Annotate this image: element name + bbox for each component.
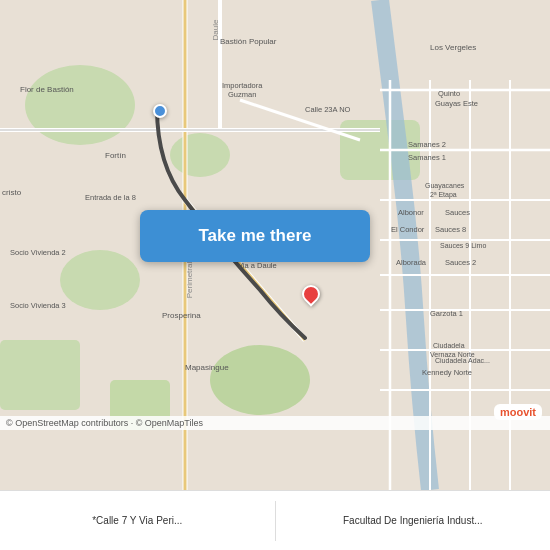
svg-text:Garzota 1: Garzota 1 xyxy=(430,309,463,318)
svg-text:Sauces: Sauces xyxy=(445,208,470,217)
moovit-logo: moovit xyxy=(494,404,542,420)
attribution-bar: © OpenStreetMap contributors · © OpenMap… xyxy=(0,416,550,430)
svg-text:Importadora: Importadora xyxy=(222,81,263,90)
destination-item[interactable]: Facultad De Ingeniería Indust... xyxy=(276,511,551,530)
svg-text:Guzman: Guzman xyxy=(228,90,256,99)
svg-text:cristo: cristo xyxy=(2,188,22,197)
svg-text:Sauces 8: Sauces 8 xyxy=(435,225,466,234)
svg-text:Socio Vivienda 2: Socio Vivienda 2 xyxy=(10,248,66,257)
svg-text:Alborada: Alborada xyxy=(396,258,427,267)
attribution-text: © OpenStreetMap contributors · © OpenMap… xyxy=(6,418,203,428)
take-me-there-button[interactable]: Take me there xyxy=(140,210,370,262)
svg-text:Sauces 2: Sauces 2 xyxy=(445,258,476,267)
svg-point-6 xyxy=(210,345,310,415)
svg-text:Samanes 1: Samanes 1 xyxy=(408,153,446,162)
end-marker xyxy=(302,285,320,303)
map-container: Flor de Bastión Bastión Popular Los Verg… xyxy=(0,0,550,490)
svg-text:Guayacanes: Guayacanes xyxy=(425,182,465,190)
svg-text:Socio Vivienda 3: Socio Vivienda 3 xyxy=(10,301,66,310)
svg-text:Samanes 2: Samanes 2 xyxy=(408,140,446,149)
svg-text:Fortín: Fortín xyxy=(105,151,126,160)
svg-text:Mapasingue: Mapasingue xyxy=(185,363,229,372)
svg-text:Albonor: Albonor xyxy=(398,208,424,217)
origin-item[interactable]: *Calle 7 Y Via Peri... xyxy=(0,511,275,530)
start-marker xyxy=(153,104,167,118)
svg-text:Quinto: Quinto xyxy=(438,89,460,98)
svg-text:Entrada de la 8: Entrada de la 8 xyxy=(85,193,136,202)
svg-text:Los Vergeles: Los Vergeles xyxy=(430,43,476,52)
destination-label: Facultad De Ingeniería Indust... xyxy=(343,515,483,526)
svg-text:El Condor: El Condor xyxy=(391,225,425,234)
svg-text:Calle 23A NO: Calle 23A NO xyxy=(305,105,351,114)
svg-text:Kennedy Norte: Kennedy Norte xyxy=(422,368,472,377)
svg-text:Flor de Bastión: Flor de Bastión xyxy=(20,85,74,94)
svg-text:Daule: Daule xyxy=(211,19,220,40)
svg-text:Guayas Este: Guayas Este xyxy=(435,99,478,108)
svg-rect-5 xyxy=(0,340,80,410)
moovit-logo-text: moovit xyxy=(500,406,536,418)
svg-point-1 xyxy=(25,65,135,145)
svg-text:Bastión Popular: Bastión Popular xyxy=(220,37,277,46)
svg-point-2 xyxy=(170,133,230,177)
svg-text:Ciudadela Adac...: Ciudadela Adac... xyxy=(435,357,490,364)
svg-text:Via a Daule: Via a Daule xyxy=(238,261,277,270)
svg-text:Perimetral: Perimetral xyxy=(185,262,194,299)
end-pin-icon xyxy=(298,281,323,306)
svg-text:Sauces 9 Limo: Sauces 9 Limo xyxy=(440,242,486,249)
svg-text:Prosperina: Prosperina xyxy=(162,311,201,320)
svg-text:Ciudadela: Ciudadela xyxy=(433,342,465,349)
bottom-bar: *Calle 7 Y Via Peri... Facultad De Ingen… xyxy=(0,490,550,550)
app: Flor de Bastión Bastión Popular Los Verg… xyxy=(0,0,550,550)
svg-text:2ª Etapa: 2ª Etapa xyxy=(430,191,457,199)
svg-point-4 xyxy=(60,250,140,310)
origin-label: *Calle 7 Y Via Peri... xyxy=(92,515,182,526)
